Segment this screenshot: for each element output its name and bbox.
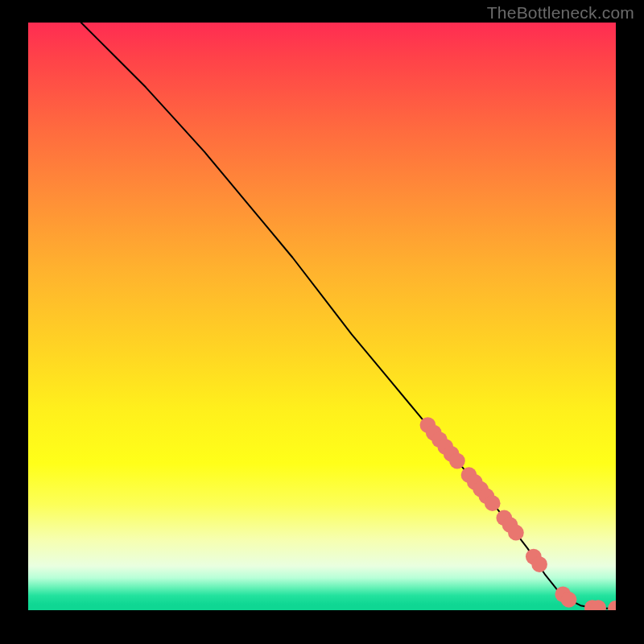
marker-dot: [449, 453, 465, 469]
curve-markers: [420, 417, 616, 610]
chart-svg: [28, 23, 616, 610]
chart-frame: TheBottleneck.com: [0, 0, 644, 644]
watermark-text: TheBottleneck.com: [487, 3, 634, 23]
marker-dot: [508, 525, 524, 541]
marker-dot: [531, 556, 547, 572]
plot-area: [28, 23, 616, 610]
marker-dot: [561, 592, 577, 608]
marker-dot: [485, 495, 501, 511]
curve-path: [81, 23, 616, 609]
curve-line: [81, 23, 616, 609]
marker-dot: [608, 601, 616, 610]
